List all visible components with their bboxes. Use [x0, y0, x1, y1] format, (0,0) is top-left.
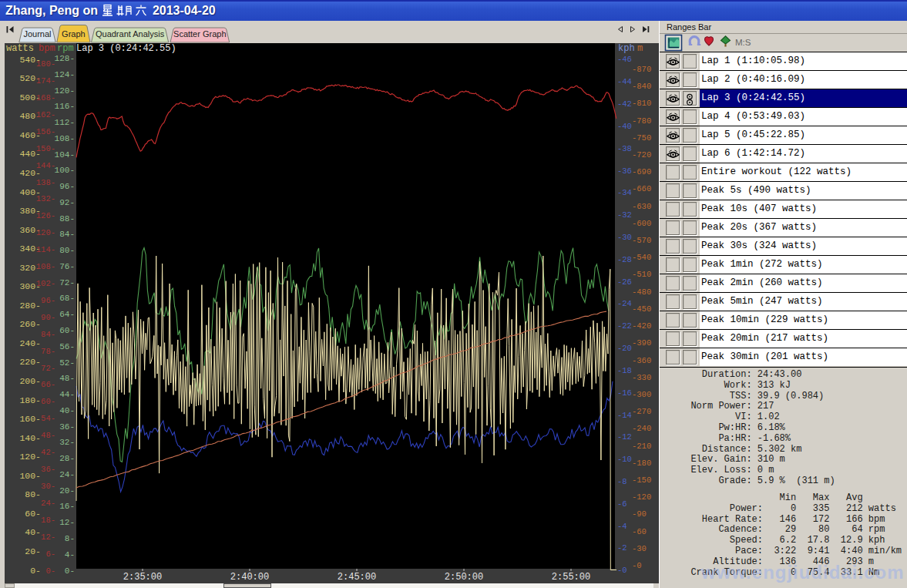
- svg-text:220-: 220-: [19, 357, 41, 367]
- svg-text:-120: -120: [632, 492, 651, 502]
- svg-text:-180: -180: [632, 459, 651, 468]
- svg-text:0-: 0-: [65, 566, 75, 576]
- svg-text:102-: 102-: [36, 279, 55, 288]
- svg-text:36-: 36-: [41, 465, 55, 474]
- svg-text:-540: -540: [632, 253, 651, 262]
- svg-text:104-: 104-: [55, 150, 75, 160]
- svg-text:-0: -0: [632, 561, 642, 570]
- svg-text:M:S: M:S: [735, 38, 751, 47]
- svg-text:162-: 162-: [36, 110, 55, 119]
- svg-text:174-: 174-: [36, 76, 55, 86]
- svg-text:2:35:00: 2:35:00: [123, 572, 162, 583]
- svg-text:60-: 60-: [41, 397, 55, 406]
- svg-text:-6: -6: [617, 499, 627, 509]
- svg-text:114-: 114-: [36, 245, 55, 254]
- svg-text:-240: -240: [632, 424, 651, 433]
- svg-text:6-: 6-: [45, 549, 55, 559]
- svg-text:96-: 96-: [41, 296, 55, 305]
- svg-text:-360: -360: [632, 356, 651, 365]
- svg-text:108-: 108-: [36, 262, 55, 271]
- svg-text:bpm: bpm: [39, 43, 55, 54]
- svg-text:-630: -630: [632, 202, 651, 211]
- svg-text:112-: 112-: [55, 118, 75, 127]
- svg-text:2:40:00: 2:40:00: [230, 572, 269, 583]
- svg-text:16-: 16-: [59, 502, 75, 511]
- svg-text:68-: 68-: [59, 294, 75, 303]
- svg-text:42-: 42-: [41, 448, 55, 457]
- svg-text:160-: 160-: [19, 414, 41, 424]
- svg-text:260-: 260-: [19, 319, 41, 329]
- svg-text:96-: 96-: [59, 182, 75, 191]
- svg-text:-30: -30: [632, 544, 647, 553]
- svg-text:18-: 18-: [41, 516, 55, 525]
- svg-text:-840: -840: [632, 82, 651, 91]
- svg-text:Quadrant Analysis: Quadrant Analysis: [96, 29, 165, 39]
- svg-text:-720: -720: [632, 150, 651, 160]
- svg-text:72-: 72-: [41, 364, 55, 373]
- svg-text:Graph: Graph: [62, 29, 86, 39]
- svg-text:76-: 76-: [59, 262, 75, 271]
- svg-text:200-: 200-: [19, 376, 41, 386]
- svg-text:30-: 30-: [41, 482, 55, 491]
- svg-text:180-: 180-: [36, 59, 55, 69]
- svg-text:-18: -18: [617, 366, 632, 375]
- svg-text:280-: 280-: [19, 301, 41, 311]
- svg-text:120-: 120-: [36, 228, 55, 237]
- svg-text:54-: 54-: [41, 414, 55, 423]
- svg-text:48-: 48-: [59, 374, 75, 383]
- svg-text:20-: 20-: [25, 546, 41, 556]
- svg-text:-36: -36: [617, 166, 632, 176]
- svg-text:-40: -40: [617, 122, 632, 131]
- svg-text:-660: -660: [632, 184, 651, 193]
- svg-text:0-: 0-: [30, 566, 41, 576]
- svg-text:-38: -38: [617, 144, 632, 153]
- svg-text:-870: -870: [632, 65, 651, 74]
- svg-text:-34: -34: [617, 188, 632, 197]
- svg-text:80-: 80-: [59, 246, 75, 255]
- svg-text:100-: 100-: [55, 166, 75, 175]
- svg-text:-390: -390: [632, 338, 651, 348]
- svg-text:2:50:00: 2:50:00: [445, 572, 483, 583]
- svg-text:120-: 120-: [55, 86, 75, 96]
- svg-text:100-: 100-: [19, 471, 41, 481]
- svg-text:2:45:00: 2:45:00: [338, 572, 376, 583]
- svg-text:-480: -480: [632, 287, 651, 297]
- svg-text:-330: -330: [632, 373, 651, 382]
- svg-text:0-: 0-: [45, 566, 55, 576]
- svg-text:12-: 12-: [41, 533, 55, 542]
- svg-text:132-: 132-: [36, 194, 55, 203]
- svg-text:240-: 240-: [19, 338, 41, 348]
- svg-text:-44: -44: [617, 77, 632, 86]
- svg-text:24-: 24-: [59, 470, 75, 479]
- svg-text:40-: 40-: [25, 527, 41, 537]
- svg-text:-26: -26: [617, 277, 632, 287]
- svg-text:Journal: Journal: [23, 29, 51, 39]
- svg-text:128-: 128-: [55, 54, 75, 63]
- svg-text:-600: -600: [632, 219, 651, 228]
- svg-text:-810: -810: [632, 99, 651, 108]
- svg-text:-150: -150: [632, 475, 651, 485]
- svg-text:-780: -780: [632, 116, 651, 126]
- svg-text:m: m: [637, 43, 643, 54]
- svg-text:88-: 88-: [59, 214, 75, 223]
- svg-text:Scatter Graph: Scatter Graph: [173, 29, 226, 39]
- svg-text:rpm: rpm: [57, 43, 74, 54]
- svg-text:40-: 40-: [59, 406, 75, 415]
- svg-text:Lap 3 (0:24:42.55): Lap 3 (0:24:42.55): [76, 43, 176, 54]
- svg-text:124-: 124-: [55, 70, 75, 79]
- svg-text:-750: -750: [632, 133, 651, 143]
- svg-text:-300: -300: [632, 390, 651, 399]
- svg-text:44-: 44-: [59, 390, 75, 399]
- svg-text:24-: 24-: [41, 499, 55, 508]
- svg-text:60-: 60-: [25, 509, 41, 519]
- svg-text:-22: -22: [617, 321, 632, 331]
- svg-text:12-: 12-: [59, 518, 75, 527]
- svg-text:64-: 64-: [59, 310, 75, 319]
- svg-text:-42: -42: [617, 99, 632, 109]
- svg-text:-0: -0: [617, 566, 627, 575]
- svg-text:2:55:00: 2:55:00: [552, 572, 590, 583]
- svg-text:180-: 180-: [19, 395, 41, 405]
- svg-text:-510: -510: [632, 270, 651, 279]
- svg-text:84-: 84-: [59, 230, 75, 239]
- svg-text:-30: -30: [617, 233, 632, 242]
